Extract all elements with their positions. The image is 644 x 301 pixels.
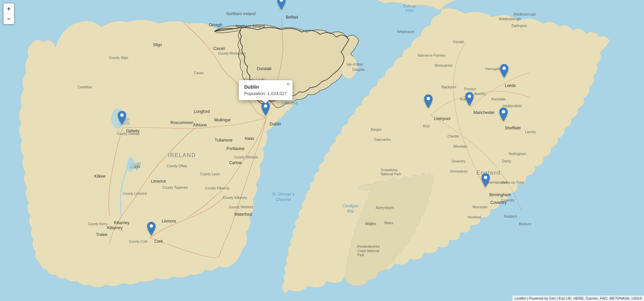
map-attribution: Leaflet | Powered by Esri | Esri UK, HER… [513,296,644,301]
svg-text:County Cork: County Cork [129,240,148,243]
svg-text:Blackpool: Blackpool [441,85,456,89]
svg-text:Nottingham: Nottingham [509,152,526,156]
svg-text:Lismore: Lismore [162,219,176,223]
svg-text:Kilkee: Kilkee [94,174,105,179]
svg-text:Morecambe: Morecambe [435,64,453,67]
svg-text:County Sligo: County Sligo [109,56,128,60]
svg-text:Castlebar: Castlebar [78,85,92,89]
svg-text:Roscommon: Roscommon [171,120,193,125]
svg-text:Channel: Channel [276,197,291,202]
svg-text:Douglas: Douglas [352,68,365,71]
svg-text:County Offaly: County Offaly [167,164,187,168]
svg-text:Rochdale: Rochdale [491,97,506,101]
svg-text:Derby: Derby [502,159,511,163]
svg-text:Aberystwyth: Aberystwyth [376,206,394,210]
popup-population: Population: 1,024,027 [244,91,287,96]
svg-text:Carlow: Carlow [229,160,242,165]
svg-text:County Monaghan: County Monaghan [218,52,246,55]
zoom-in-button[interactable]: + [4,4,14,14]
svg-text:Firth: Firth [405,8,413,13]
svg-text:Middlesbrough: Middlesbrough [499,17,521,21]
svg-text:Sheffield: Sheffield [505,126,520,130]
svg-text:Manchester: Manchester [473,110,495,115]
svg-text:Coventry: Coventry [501,199,515,202]
svg-point-111 [468,95,471,98]
svg-text:Caernarfon: Caernarfon [374,138,391,142]
svg-text:Killarney: Killarney [114,220,129,225]
svg-point-1 [340,55,357,79]
svg-text:Preston: Preston [464,87,476,91]
svg-text:Tullamore: Tullamore [215,138,233,143]
dublin-marker[interactable] [262,102,270,117]
svg-text:Redditch: Redditch [504,215,517,218]
svg-point-110 [427,97,430,100]
svg-text:Stoke-on-Trent: Stoke-on-Trent [501,181,524,184]
svg-text:Portlaoise: Portlaoise [226,146,245,151]
svg-text:County Kerry: County Kerry [88,222,108,226]
svg-text:Killarney: Killarney [107,225,123,230]
svg-text:Oswestry: Oswestry [452,159,466,163]
liverpool-marker[interactable] [424,94,433,110]
svg-text:Wales: Wales [365,221,376,226]
svg-text:Leeds: Leeds [505,83,516,88]
svg-text:Sligo: Sligo [153,42,162,47]
svg-text:Middlesbrough: Middlesbrough [514,12,536,16]
svg-text:Northern Ireland: Northern Ireland [236,24,265,29]
leeds-marker[interactable] [500,64,509,79]
svg-text:Athlone: Athlone [193,123,207,127]
svg-text:Galway: Galway [126,128,140,133]
svg-text:Park: Park [357,253,365,257]
sheffield-marker[interactable] [499,108,508,123]
svg-text:Solway: Solway [403,4,417,8]
svg-text:Banbury: Banbury [519,222,531,226]
svg-point-109 [150,224,153,228]
svg-text:Longford: Longford [194,109,210,114]
svg-text:County Laois: County Laois [200,172,220,176]
svg-text:Laceby: Laceby [525,130,536,134]
svg-text:Limerick: Limerick [151,179,166,184]
svg-text:IRELAND: IRELAND [168,152,196,158]
svg-text:County Limerick: County Limerick [123,192,147,195]
svg-text:Omagh: Omagh [209,23,222,27]
map-container: Irish Sea St. George's Channel Cardigan … [0,0,644,301]
zoom-out-button[interactable]: − [4,14,14,24]
svg-text:Birmingham: Birmingham [489,192,511,197]
svg-text:Mullingar: Mullingar [214,118,231,122]
svg-text:Irish Sea: Irish Sea [282,101,298,106]
svg-text:Wales: Wales [384,221,393,225]
svg-point-107 [264,104,267,108]
belfast-marker[interactable] [277,0,286,11]
svg-text:Hereford: Hereford [468,215,481,219]
population-value: 1,024,027 [267,91,287,96]
svg-text:Bangor: Bangor [371,128,382,131]
birmingham-marker[interactable] [482,173,490,188]
svg-text:Wrexham: Wrexham [453,145,468,148]
svg-text:Pembrokeshire: Pembrokeshire [357,245,380,248]
svg-point-112 [502,67,506,70]
svg-text:County Wicklow: County Wicklow [234,155,258,159]
svg-text:Shrewsbury: Shrewsbury [450,170,468,173]
svg-text:Belfast: Belfast [286,15,298,20]
svg-text:Burnley: Burnley [474,92,486,96]
svg-text:Isle of Man: Isle of Man [346,63,363,66]
cork-marker[interactable] [147,222,156,237]
svg-text:Bay: Bay [347,209,355,213]
svg-text:Dublin: Dublin [270,122,281,126]
svg-text:County Wexford: County Wexford [229,205,253,209]
svg-text:Cavan: Cavan [194,71,204,75]
svg-text:Barrow-in-Furness: Barrow-in-Furness [418,54,446,57]
svg-text:County Kilkenny: County Kilkenny [205,186,229,190]
svg-text:Snowdonia: Snowdonia [381,168,398,172]
zoom-controls: + − [3,3,14,24]
svg-text:Cork: Cork [154,239,163,244]
manchester-marker[interactable] [465,92,474,107]
population-label: Population: [244,91,266,96]
svg-text:Worcester: Worcester [472,205,488,209]
svg-text:Tralee: Tralee [96,232,108,237]
popup-close-button[interactable]: × [286,82,289,87]
svg-point-108 [120,114,124,117]
svg-text:St. George's: St. George's [272,192,294,197]
svg-text:Harrogate: Harrogate [485,67,500,71]
svg-text:County Kilkenny: County Kilkenny [223,196,247,200]
galway-marker[interactable] [118,111,126,126]
